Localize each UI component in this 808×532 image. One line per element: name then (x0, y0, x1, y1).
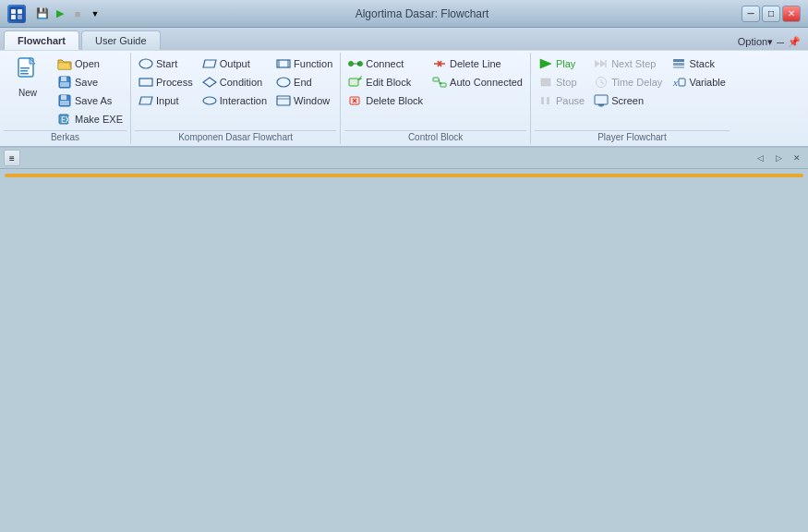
quickaccess-stop[interactable]: ■ (70, 6, 85, 21)
interaction-icon (202, 93, 217, 108)
control-label: Control Block (344, 130, 526, 142)
deleteblock-label: Delete Block (366, 95, 423, 106)
svg-rect-30 (349, 79, 358, 86)
variable-button[interactable]: x Variable (668, 73, 730, 91)
restore-button[interactable]: ─ (777, 37, 784, 48)
canvas-drawing-area[interactable]: start stop (5, 174, 803, 177)
svg-rect-13 (61, 95, 66, 100)
screen-icon (594, 93, 609, 108)
ribbon-group-komponen: Start Process (131, 53, 341, 144)
canvas-prev-button[interactable]: ◁ (753, 151, 767, 165)
svg-rect-44 (547, 97, 549, 104)
svg-rect-52 (598, 104, 604, 106)
main-area: ≡ ◁ ▷ ✕ start stop (0, 148, 808, 532)
ribbon-group-player: Play Stop (531, 53, 733, 144)
play-label: Play (556, 58, 575, 69)
saveas-button[interactable]: Save As (54, 91, 127, 110)
editblock-button[interactable]: Edit Block (344, 73, 427, 91)
deleteblock-button[interactable]: Delete Block (344, 91, 427, 110)
makeexe-button[interactable]: EX Make EXE (54, 110, 127, 128)
svg-rect-58 (679, 79, 685, 86)
svg-rect-3 (11, 15, 16, 19)
svg-rect-2 (18, 9, 22, 14)
quickaccess-arrow[interactable]: ▼ (88, 6, 103, 21)
interaction-label: Interaction (220, 95, 267, 106)
window-button[interactable]: Window (272, 91, 336, 110)
editblock-icon (348, 75, 363, 90)
output-button[interactable]: Output (199, 54, 271, 73)
stack-button[interactable]: Stack (668, 54, 730, 73)
pause-button[interactable]: Pause (535, 91, 588, 110)
input-button[interactable]: Input (135, 91, 197, 110)
deleteline-button[interactable]: Delete Line (428, 54, 526, 73)
end-button[interactable]: End (272, 73, 336, 91)
stop-button[interactable]: Stop (535, 73, 588, 91)
output-label: Output (220, 58, 250, 69)
canvas-close-button[interactable]: ✕ (790, 151, 804, 165)
close-button[interactable]: ✕ (782, 6, 801, 22)
tab-bar: Flowchart User Guide Option▾ ─ 📌 (0, 28, 808, 50)
svg-point-19 (203, 97, 216, 104)
output-icon (202, 56, 217, 71)
player-col1: Play Stop (535, 54, 588, 110)
svg-rect-24 (277, 96, 290, 105)
condition-button[interactable]: Condition (199, 73, 271, 91)
makeexe-icon: EX (57, 112, 72, 127)
svg-rect-43 (541, 97, 544, 104)
variable-icon: x (671, 75, 686, 90)
play-icon (538, 56, 553, 71)
nextstep-button[interactable]: Next Step (590, 54, 666, 73)
function-button[interactable]: Function (272, 54, 336, 73)
stack-icon (671, 56, 686, 71)
screen-button[interactable]: Screen (590, 91, 666, 110)
minimize-button[interactable]: ─ (742, 6, 760, 22)
komponen-col2: Output Condition (199, 54, 271, 110)
tab-userguide[interactable]: User Guide (81, 30, 161, 50)
quickaccess-run[interactable]: ▶ (53, 6, 67, 21)
process-button[interactable]: Process (135, 73, 197, 91)
input-label: Input (156, 95, 178, 106)
condition-label: Condition (220, 77, 262, 88)
open-button[interactable]: Open (54, 54, 127, 73)
play-button[interactable]: Play (535, 54, 588, 73)
save-button[interactable]: Save (54, 73, 127, 91)
function-label: Function (294, 58, 332, 69)
pause-icon (538, 93, 553, 108)
option-button[interactable]: Option▾ (738, 36, 773, 48)
player-col2: Next Step Time Delay (590, 54, 666, 110)
svg-rect-18 (139, 79, 152, 86)
stop-icon (538, 75, 553, 90)
timedelay-button[interactable]: Time Delay (590, 73, 666, 91)
stack-label: Stack (689, 58, 715, 69)
title-bar: 💾 ▶ ■ ▼ Algortima Dasar: Flowchart ─ □ ✕ (0, 0, 808, 28)
end-label: End (294, 77, 312, 88)
start-button[interactable]: Start (135, 54, 197, 73)
canvas-header-left: ≡ (4, 150, 20, 166)
control-col1: Connect Edit Block (344, 54, 427, 110)
app-icon (7, 5, 26, 23)
connect-icon (348, 56, 363, 71)
svg-rect-51 (595, 95, 608, 104)
svg-rect-14 (60, 101, 69, 105)
ribbon-content: New Open (0, 50, 808, 146)
komponen-col1: Start Process (135, 54, 197, 110)
quickaccess-save[interactable]: 💾 (35, 6, 50, 21)
window-title: Algortima Dasar: Flowchart (356, 7, 489, 20)
connect-button[interactable]: Connect (344, 54, 427, 73)
condition-icon (202, 75, 217, 90)
new-label: New (18, 88, 37, 98)
maximize-button[interactable]: □ (762, 6, 780, 22)
pin-button[interactable]: 📌 (788, 36, 801, 48)
autoconnected-label: Auto Connected (450, 77, 523, 88)
new-button[interactable]: New (4, 54, 52, 112)
tab-flowchart[interactable]: Flowchart (4, 30, 79, 50)
saveas-label: Save As (75, 95, 112, 106)
svg-rect-38 (433, 78, 439, 81)
canvas-next-button[interactable]: ▷ (771, 151, 786, 165)
canvas-menu-button[interactable]: ≡ (4, 150, 20, 166)
save-label: Save (75, 77, 98, 88)
window-icon (276, 93, 291, 108)
autoconnected-button[interactable]: Auto Connected (428, 73, 526, 91)
ribbon: Flowchart User Guide Option▾ ─ 📌 (0, 28, 808, 148)
interaction-button[interactable]: Interaction (199, 91, 271, 110)
